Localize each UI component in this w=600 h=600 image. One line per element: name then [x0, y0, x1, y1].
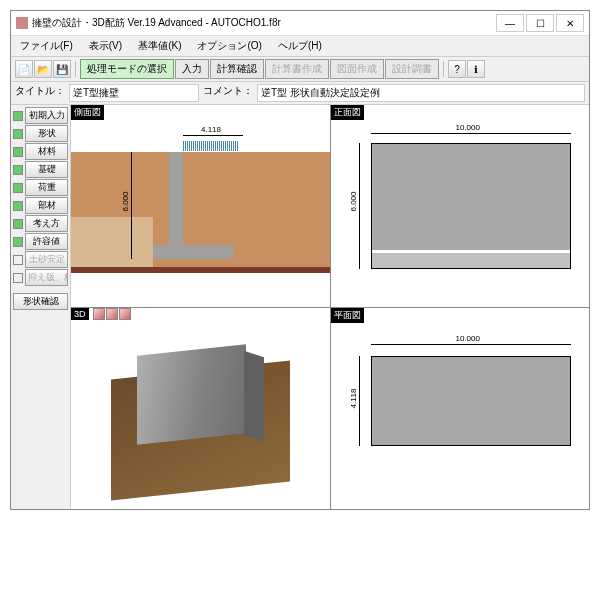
view-title: 正面図	[331, 105, 364, 120]
view-3d[interactable]: 3D	[71, 308, 330, 510]
status-square	[13, 237, 23, 247]
info-icon[interactable]: ℹ	[467, 60, 485, 78]
iso-wall-side	[244, 350, 264, 440]
menu-option[interactable]: オプション(O)	[194, 38, 264, 54]
views: 側面図 4.118 6.000 正面図	[71, 105, 589, 509]
view-section[interactable]: 側面図 4.118 6.000	[71, 105, 330, 307]
sidebar-item-2[interactable]: 材料	[13, 143, 68, 160]
open-button[interactable]: 📂	[34, 60, 52, 78]
status-square	[13, 219, 23, 229]
sidebar-item-7[interactable]: 許容値	[13, 233, 68, 250]
infobar: タイトル： 逆T型擁壁 コメント： 逆T型 形状自動決定設定例	[11, 82, 589, 105]
sidebar-item-0[interactable]: 初期入力	[13, 107, 68, 124]
section-canvas: 4.118 6.000	[71, 117, 330, 307]
dim-top: 10.000	[456, 334, 480, 343]
view-plan[interactable]: 平面図 10.000 4.118	[331, 308, 590, 510]
tab-result[interactable]: 計算書作成	[265, 59, 329, 79]
status-square	[13, 201, 23, 211]
status-square	[13, 111, 23, 121]
menu-help[interactable]: ヘルプ(H)	[275, 38, 325, 54]
status-square	[13, 129, 23, 139]
tab-mode[interactable]: 処理モードの選択	[80, 59, 174, 79]
title-value: 逆T型擁壁	[69, 84, 199, 102]
sidebar-label: 材料	[25, 143, 68, 160]
window-title: 擁壁の設計・3D配筋 Ver.19 Advanced - AUTOCHO1.f8…	[32, 16, 496, 30]
sidebar-label: 形状	[25, 125, 68, 142]
dim-left: 6.000	[121, 191, 130, 211]
close-button[interactable]: ✕	[556, 14, 584, 32]
sidebar-item-5[interactable]: 部材	[13, 197, 68, 214]
sidebar-item-8[interactable]: 土砂安定	[13, 251, 68, 268]
sidebar-item-1[interactable]: 形状	[13, 125, 68, 142]
sidebar-label: 荷重	[25, 179, 68, 196]
view-title: 3D	[71, 308, 89, 320]
sidebar-item-4[interactable]: 荷重	[13, 179, 68, 196]
menu-file[interactable]: ファイル(F)	[17, 38, 76, 54]
tab-calc[interactable]: 計算確認	[210, 59, 264, 79]
view-title: 側面図	[71, 105, 104, 120]
sidebar: 初期入力形状材料基礎荷重部材考え方許容値土砂安定抑え版、杭 形状確認	[11, 105, 71, 509]
view-cube-icon[interactable]	[106, 308, 118, 320]
view-front[interactable]: 正面図 10.000 6.000	[331, 105, 590, 307]
tab-input[interactable]: 入力	[175, 59, 209, 79]
app-icon	[16, 17, 28, 29]
status-square	[13, 183, 23, 193]
sidebar-item-9[interactable]: 抑え版、杭	[13, 269, 68, 286]
3d-canvas	[71, 320, 330, 510]
sidebar-label: 土砂安定	[25, 251, 68, 268]
rebar-icons	[183, 141, 323, 151]
sidebar-label: 基礎	[25, 161, 68, 178]
toolbar: 📄 📂 💾 処理モードの選択 入力 計算確認 計算書作成 図面作成 設計調書 ?…	[11, 57, 589, 82]
separator	[443, 61, 444, 77]
sidebar-label: 初期入力	[25, 107, 68, 124]
dim-top: 10.000	[456, 123, 480, 132]
menu-view[interactable]: 表示(V)	[86, 38, 125, 54]
titlebar: 擁壁の設計・3D配筋 Ver.19 Advanced - AUTOCHO1.f8…	[11, 11, 589, 36]
tab-drawing[interactable]: 図面作成	[330, 59, 384, 79]
status-square	[13, 255, 23, 265]
comment-value: 逆T型 形状自動決定設定例	[257, 84, 585, 102]
view-cube-icon[interactable]	[119, 308, 131, 320]
dim-left: 6.000	[348, 191, 357, 211]
sidebar-label: 許容値	[25, 233, 68, 250]
content: 初期入力形状材料基礎荷重部材考え方許容値土砂安定抑え版、杭 形状確認 側面図	[11, 105, 589, 509]
plan-canvas: 10.000 4.118	[331, 320, 590, 510]
front-canvas: 10.000 6.000	[331, 117, 590, 307]
sidebar-confirm-label: 形状確認	[13, 293, 68, 310]
maximize-button[interactable]: ☐	[526, 14, 554, 32]
view-cube-icon[interactable]	[93, 308, 105, 320]
title-label: タイトル：	[15, 84, 65, 102]
menubar: ファイル(F) 表示(V) 基準値(K) オプション(O) ヘルプ(H)	[11, 36, 589, 57]
dim-top: 4.118	[201, 125, 221, 134]
app-window: 擁壁の設計・3D配筋 Ver.19 Advanced - AUTOCHO1.f8…	[10, 10, 590, 510]
separator	[75, 61, 76, 77]
minimize-button[interactable]: —	[496, 14, 524, 32]
3d-toolbar	[93, 308, 132, 320]
sidebar-item-3[interactable]: 基礎	[13, 161, 68, 178]
save-button[interactable]: 💾	[53, 60, 71, 78]
dim-left: 4.118	[348, 388, 357, 408]
view-title: 平面図	[331, 308, 364, 323]
tab-table[interactable]: 設計調書	[385, 59, 439, 79]
menu-ref[interactable]: 基準値(K)	[135, 38, 184, 54]
sidebar-label: 抑え版、杭	[25, 269, 68, 286]
comment-label: コメント：	[203, 84, 253, 102]
status-square	[13, 273, 23, 283]
status-square	[13, 147, 23, 157]
status-square	[13, 165, 23, 175]
sidebar-item-6[interactable]: 考え方	[13, 215, 68, 232]
sidebar-label: 考え方	[25, 215, 68, 232]
sidebar-confirm[interactable]: 形状確認	[13, 293, 68, 310]
iso-wall	[137, 345, 246, 445]
help-icon[interactable]: ?	[448, 60, 466, 78]
sidebar-label: 部材	[25, 197, 68, 214]
new-button[interactable]: 📄	[15, 60, 33, 78]
